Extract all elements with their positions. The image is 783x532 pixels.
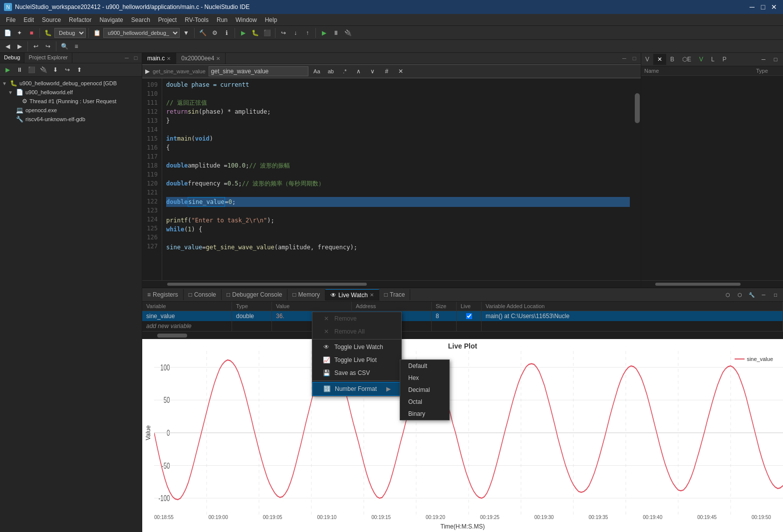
menu-window[interactable]: Window (232, 15, 261, 24)
live-checkbox[interactable] (466, 313, 472, 319)
ctx-toggle-live-watch[interactable]: 👁 Toggle Live Watch (312, 341, 401, 354)
submenu-binary[interactable]: Binary (400, 408, 449, 420)
tab-address[interactable]: 0x20000ee4 ✕ (176, 53, 226, 64)
tree-item-thread[interactable]: ⚙ Thread #1 (Running : User Request (0, 97, 142, 106)
disconnect-button[interactable]: 🔌 (342, 27, 353, 38)
search-button[interactable]: 🔍 (59, 41, 70, 52)
undo-button[interactable]: ↩ (30, 41, 41, 52)
vars-tab-b[interactable]: B (666, 54, 678, 65)
bottom-icon-1[interactable]: ⬡ (722, 289, 733, 300)
tree-item-elf[interactable]: ▼ 📄 u900_helloworld.elf (0, 88, 142, 97)
info-button[interactable]: ℹ (221, 27, 232, 38)
terminate-button[interactable]: ⬛ (261, 27, 272, 38)
tab-trace[interactable]: □ Trace (379, 289, 410, 300)
settings-button[interactable]: ⚙ (209, 27, 220, 38)
step-over-button[interactable]: ↪ (278, 27, 289, 38)
tree-item-gdb[interactable]: 🔧 riscv64-unknown-elf-gdb (0, 115, 142, 124)
step-into-button[interactable]: ↓ (290, 27, 301, 38)
forward-button[interactable]: ▶ (14, 41, 25, 52)
find-case-icon[interactable]: Aa (311, 66, 322, 77)
resume-button[interactable]: ▶ (318, 27, 329, 38)
stop-button[interactable]: ■ (26, 27, 37, 38)
run-button[interactable]: ▶ (238, 27, 249, 38)
redo-button[interactable]: ↪ (42, 41, 53, 52)
tab-console[interactable]: □ Console (184, 289, 222, 300)
tab-debug[interactable]: Debug (0, 53, 24, 63)
menu-help[interactable]: Help (261, 15, 281, 24)
ctx-save-csv[interactable]: 💾 Save as CSV (312, 366, 401, 379)
wt-cell-live-sine[interactable] (457, 311, 482, 321)
step-over-debug-btn[interactable]: ↪ (62, 64, 73, 75)
find-word-icon[interactable]: ab (325, 66, 336, 77)
submenu-hex[interactable]: Hex (400, 372, 449, 384)
ctx-remove[interactable]: ✕ Remove (312, 312, 401, 325)
menu-search[interactable]: Search (127, 15, 154, 24)
menu-refactor[interactable]: Refactor (65, 15, 95, 24)
find-count-icon[interactable]: # (381, 66, 392, 77)
watch-row-sine-value[interactable]: sine_value double 36. 000ffd8 8 main() a… (142, 311, 783, 321)
submenu-decimal[interactable]: Decimal (400, 384, 449, 396)
tree-item-debug-session[interactable]: ▼ 🐛 u900_helloworld_debug_openocd [GDB (0, 79, 142, 88)
tab-live-watch[interactable]: 👁 Live Watch ✕ (325, 289, 379, 301)
close-mainc-icon[interactable]: ✕ (167, 56, 171, 61)
tab-project-explorer[interactable]: Project Explorer (24, 53, 72, 63)
minimize-left-icon[interactable]: ─ (123, 54, 131, 62)
code-area[interactable]: double phase = currentt // 返回正弦值 return … (162, 78, 634, 280)
close-button[interactable]: ✕ (769, 2, 779, 12)
vars-tab-v2[interactable]: V (695, 54, 707, 65)
close-address-icon[interactable]: ✕ (216, 56, 220, 61)
new-button[interactable]: 📄 (2, 27, 13, 38)
find-close-icon[interactable]: ✕ (395, 66, 406, 77)
minimize-editor-icon[interactable]: ─ (620, 54, 629, 63)
ctx-toggle-live-plot[interactable]: 📈 Toggle Live Plot (312, 354, 401, 366)
menu-source[interactable]: Source (38, 15, 65, 24)
bottom-max-icon[interactable]: □ (770, 289, 781, 300)
ctx-number-format[interactable]: 🔢 Number Format ▶ (312, 382, 401, 396)
open-button[interactable]: ✦ (14, 27, 25, 38)
submenu-default[interactable]: Default (400, 360, 449, 372)
menu-navigate[interactable]: Navigate (95, 15, 127, 24)
minimize-button[interactable]: ─ (747, 2, 757, 12)
tab-debugger-console[interactable]: □ Debugger Console (222, 289, 287, 300)
vars-tab-p[interactable]: P (719, 54, 731, 65)
find-next-icon[interactable]: ∨ (367, 66, 378, 77)
dropdown-arrow-icon[interactable]: ▼ (181, 27, 192, 38)
debug-config-select[interactable]: Debug (54, 28, 86, 38)
maximize-button[interactable]: □ (758, 2, 768, 12)
editor-vscrollbar[interactable] (634, 78, 641, 280)
resume-debug-btn[interactable]: ▶ (2, 64, 13, 75)
maximize-editor-icon[interactable]: □ (630, 54, 639, 63)
submenu-octal[interactable]: Octal (400, 396, 449, 408)
menu-file[interactable]: File (2, 15, 19, 24)
close-live-watch-icon[interactable]: ✕ (370, 292, 374, 298)
watch-row-add-new[interactable]: add new variable (142, 321, 783, 331)
bottom-min-icon[interactable]: ─ (758, 289, 769, 300)
menu-project[interactable]: Project (154, 15, 181, 24)
menu-run[interactable]: Run (213, 15, 232, 24)
file-config-select[interactable]: u900_helloworld_debug_ (103, 28, 180, 38)
back-button[interactable]: ◀ (2, 41, 13, 52)
tab-registers[interactable]: ≡ Registers (142, 289, 184, 300)
vars-max-icon[interactable]: □ (770, 54, 781, 65)
vars-tab-v1[interactable]: V (641, 54, 653, 65)
build-button[interactable]: 🔨 (197, 27, 208, 38)
suspend-debug-btn[interactable]: ⏸ (14, 64, 25, 75)
tree-item-openocd[interactable]: 💻 openocd.exe (0, 106, 142, 115)
find-prev-icon[interactable]: ∧ (353, 66, 364, 77)
step-into-debug-btn[interactable]: ⬇ (50, 64, 61, 75)
watch-hscrollbar[interactable] (142, 331, 783, 339)
more-button[interactable]: ≡ (71, 41, 82, 52)
debug-run-button[interactable]: 🐛 (250, 27, 261, 38)
bottom-icon-2[interactable]: ⬡ (734, 289, 745, 300)
step-out-button[interactable]: ↑ (302, 27, 313, 38)
tab-mainc[interactable]: main.c ✕ (142, 53, 176, 64)
vars-tab-l[interactable]: L (707, 54, 719, 65)
bottom-icon-3[interactable]: 🔧 (746, 289, 757, 300)
find-regex-icon[interactable]: .* (339, 66, 350, 77)
menu-rvtools[interactable]: RV-Tools (181, 15, 213, 24)
maximize-left-icon[interactable]: □ (132, 54, 140, 62)
disconnect-debug-btn[interactable]: 🔌 (38, 64, 49, 75)
vars-tab-e[interactable]: ⬡E (678, 54, 695, 65)
ctx-remove-all[interactable]: ✕ Remove All (312, 325, 401, 338)
find-input[interactable] (209, 66, 308, 76)
